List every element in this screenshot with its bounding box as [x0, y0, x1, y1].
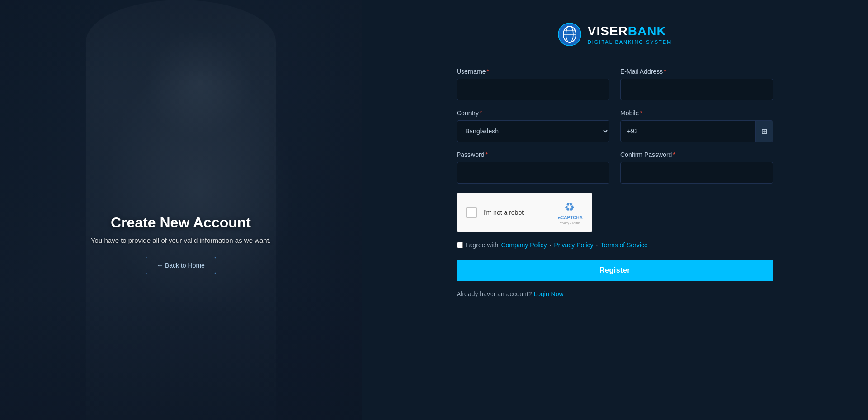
recaptcha-brand: reCAPTCHA: [557, 215, 583, 221]
mobile-flag-button[interactable]: ⊞: [755, 121, 773, 142]
confirm-password-group: Confirm Password*: [620, 151, 773, 184]
login-link-row: Already haver an account? Login Now: [457, 290, 773, 297]
confirm-password-input[interactable]: [620, 162, 773, 184]
terms-separator-1: ·: [550, 241, 552, 249]
left-content: Create New Account You have to provide a…: [91, 214, 271, 274]
password-group: Password*: [457, 151, 609, 184]
password-input[interactable]: [457, 162, 609, 184]
mobile-label: Mobile*: [620, 109, 773, 117]
password-label: Password*: [457, 151, 609, 158]
recaptcha-logo: ♻ reCAPTCHA Privacy - Terms: [557, 200, 583, 225]
register-button[interactable]: Register: [457, 260, 773, 281]
email-group: E-Mail Address*: [620, 68, 773, 100]
confirm-password-label: Confirm Password*: [620, 151, 773, 158]
create-account-heading: Create New Account: [91, 214, 271, 231]
email-label: E-Mail Address*: [620, 68, 773, 75]
left-panel: Create New Account You have to provide a…: [0, 0, 362, 420]
terms-row: I agree with Company Policy · Privacy Po…: [457, 241, 773, 249]
recaptcha-widget: I'm not a robot ♻ reCAPTCHA Privacy - Te…: [457, 193, 592, 232]
company-policy-link[interactable]: Company Policy: [501, 241, 547, 249]
create-account-subheading: You have to provide all of your valid in…: [91, 236, 271, 244]
username-input[interactable]: [457, 79, 609, 100]
login-prefix: Already haver an account?: [457, 290, 532, 297]
country-label: Country*: [457, 109, 609, 117]
recaptcha-text: I'm not a robot: [483, 209, 524, 216]
mobile-input-wrapper: ⊞: [620, 120, 773, 142]
registration-form: Username* E-Mail Address* Country* Bangl…: [457, 68, 773, 297]
login-now-link[interactable]: Login Now: [533, 290, 563, 297]
privacy-policy-link[interactable]: Privacy Policy: [554, 241, 593, 249]
back-home-button[interactable]: ← Back to Home: [146, 257, 216, 274]
row-username-email: Username* E-Mail Address*: [457, 68, 773, 100]
logo-text: VISERBANK DIGITAL BANKING SYSTEM: [588, 24, 672, 45]
logo-name: VISERBANK: [588, 24, 672, 38]
username-label: Username*: [457, 68, 609, 75]
logo-viser: VISER: [588, 24, 628, 38]
email-input[interactable]: [620, 79, 773, 100]
recaptcha-icon: ♻: [564, 200, 575, 214]
mobile-input[interactable]: [621, 122, 755, 140]
terms-prefix: I agree with: [466, 241, 498, 249]
username-group: Username*: [457, 68, 609, 100]
dark-overlay: [0, 0, 362, 420]
country-group: Country* Bangladesh United States United…: [457, 109, 609, 142]
back-home-label: ← Back to Home: [157, 262, 205, 269]
recaptcha-sub: Privacy - Terms: [559, 222, 580, 225]
logo-bank: BANK: [628, 24, 666, 38]
terms-of-service-link[interactable]: Terms of Service: [600, 241, 647, 249]
mobile-group: Mobile* ⊞: [620, 109, 773, 142]
register-label: Register: [599, 266, 630, 274]
terms-checkbox[interactable]: [457, 242, 463, 248]
logo-subtitle: DIGITAL BANKING SYSTEM: [588, 39, 672, 45]
row-password-confirm: Password* Confirm Password*: [457, 151, 773, 184]
recaptcha-left: I'm not a robot: [466, 207, 524, 218]
recaptcha-checkbox[interactable]: [466, 207, 477, 218]
row-country-mobile: Country* Bangladesh United States United…: [457, 109, 773, 142]
logo-area: VISERBANK DIGITAL BANKING SYSTEM: [558, 23, 672, 46]
viserbank-logo-icon: [558, 23, 581, 46]
country-select[interactable]: Bangladesh United States United Kingdom …: [457, 120, 609, 142]
terms-separator-2: ·: [596, 241, 598, 249]
right-panel: VISERBANK DIGITAL BANKING SYSTEM Usernam…: [362, 0, 868, 420]
